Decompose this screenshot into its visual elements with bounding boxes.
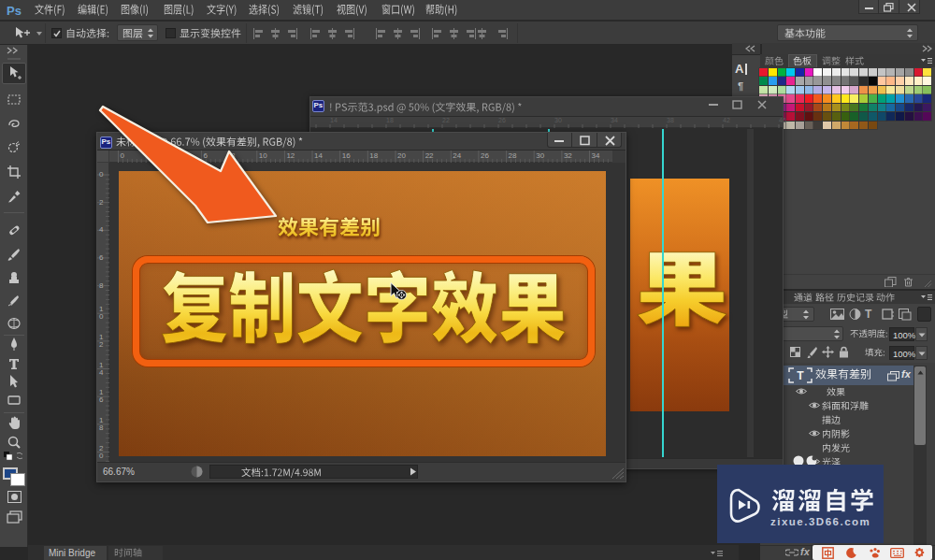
svg-text:T: T [797,369,804,382]
